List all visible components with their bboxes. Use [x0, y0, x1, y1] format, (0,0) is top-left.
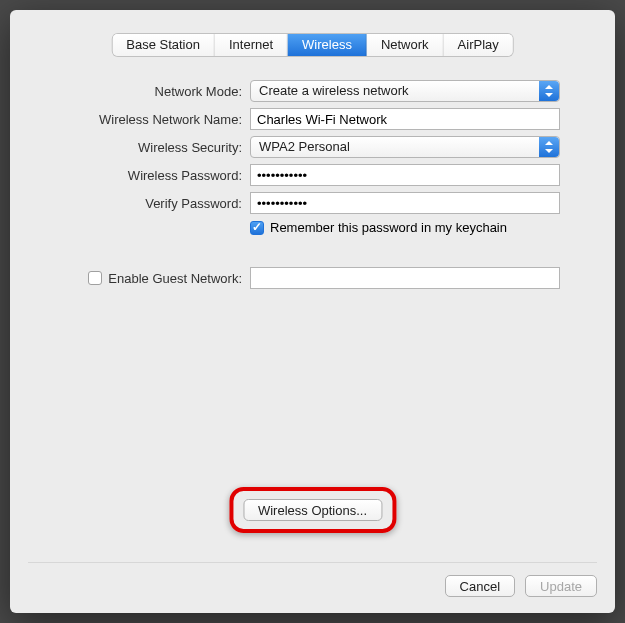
security-label: Wireless Security:	[10, 140, 250, 155]
wireless-options-button[interactable]: Wireless Options...	[243, 499, 382, 521]
footer-buttons: Cancel Update	[28, 562, 597, 597]
tab-internet[interactable]: Internet	[215, 34, 288, 56]
network-mode-select[interactable]: Create a wireless network	[250, 80, 560, 102]
guest-network-input[interactable]	[250, 267, 560, 289]
network-name-label: Wireless Network Name:	[10, 112, 250, 127]
enable-guest-label: Enable Guest Network:	[108, 271, 242, 286]
remember-password-checkbox[interactable]	[250, 221, 264, 235]
enable-guest-checkbox[interactable]	[88, 271, 102, 285]
tab-base-station[interactable]: Base Station	[112, 34, 215, 56]
tab-network[interactable]: Network	[367, 34, 444, 56]
password-label: Wireless Password:	[10, 168, 250, 183]
security-value: WPA2 Personal	[259, 139, 350, 154]
tab-wireless[interactable]: Wireless	[288, 34, 367, 56]
settings-tabbar: Base Station Internet Wireless Network A…	[112, 34, 513, 56]
chevron-up-down-icon	[539, 137, 559, 157]
password-input[interactable]	[250, 164, 560, 186]
verify-password-input[interactable]	[250, 192, 560, 214]
tab-airplay[interactable]: AirPlay	[444, 34, 513, 56]
network-mode-label: Network Mode:	[10, 84, 250, 99]
security-select[interactable]: WPA2 Personal	[250, 136, 560, 158]
wireless-settings-panel: Base Station Internet Wireless Network A…	[10, 10, 615, 613]
update-button[interactable]: Update	[525, 575, 597, 597]
network-mode-value: Create a wireless network	[259, 83, 409, 98]
chevron-up-down-icon	[539, 81, 559, 101]
network-name-input[interactable]	[250, 108, 560, 130]
wireless-form: Network Mode: Create a wireless network …	[10, 80, 615, 295]
cancel-button[interactable]: Cancel	[445, 575, 515, 597]
verify-password-label: Verify Password:	[10, 196, 250, 211]
remember-password-label: Remember this password in my keychain	[270, 220, 507, 235]
